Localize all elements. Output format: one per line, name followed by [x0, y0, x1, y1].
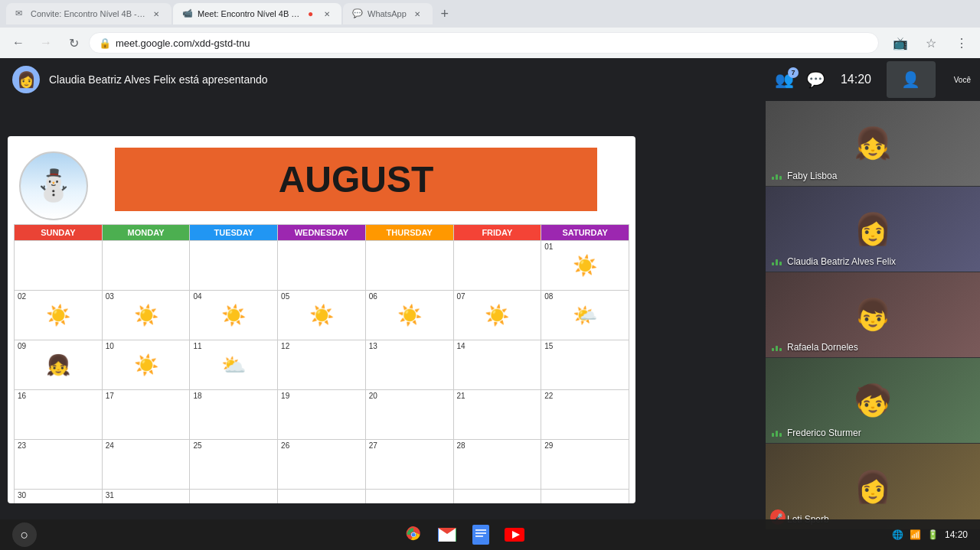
calendar-cell: 18	[190, 389, 278, 439]
col-monday: MONDAY	[102, 224, 190, 240]
col-friday: FRIDAY	[453, 224, 541, 240]
day-number: 16	[18, 392, 26, 400]
tab-meet[interactable]: 📹 Meet: Encontro Nível 4B - 11/ ● ✕	[173, 3, 341, 24]
taskbar-right: 🌐 📶 🔋 14:20	[892, 529, 968, 540]
calendar-cell: 12	[278, 340, 366, 389]
day-number: 05	[281, 292, 289, 301]
tab-whatsapp[interactable]: 💬 WhatsApp ✕	[343, 3, 433, 24]
calendar-cell: 08🌤️	[541, 290, 629, 340]
calendar-cell	[278, 489, 366, 503]
chat-icon: 💬	[806, 71, 825, 88]
calendar-cell: 22	[541, 389, 629, 439]
whatsapp-tab-title: WhatsApp	[368, 9, 407, 18]
more-menu-button[interactable]: ⋮	[949, 31, 974, 55]
participant-leti: 👩 🎤 Leti Sperb	[766, 444, 980, 529]
col-wednesday: WEDNESDAY	[278, 224, 366, 240]
launcher-button[interactable]: ○	[12, 522, 37, 547]
header-icons: 👥 7 💬	[775, 70, 825, 89]
calendar-cell	[365, 240, 453, 290]
participant-faby: 👧 Faby Lisboa	[766, 101, 980, 187]
back-button[interactable]: ←	[6, 31, 31, 55]
youtube-icon	[505, 528, 524, 542]
whatsapp-tab-close[interactable]: ✕	[411, 8, 423, 20]
day-number: 17	[106, 392, 114, 400]
day-number: 02	[18, 292, 26, 301]
address-bar[interactable]: 🔒 meet.google.com/xdd-gstd-tnu	[89, 32, 879, 54]
bookmark-icon[interactable]: ☆	[919, 31, 943, 55]
new-tab-button[interactable]: +	[434, 3, 456, 24]
wifi-icon: 📶	[910, 529, 921, 540]
calendar-table: SUNDAY MONDAY TUESDAY WEDNESDAY THURSDAY…	[14, 224, 629, 503]
calendar-cell: 23	[15, 439, 103, 489]
network-icon: 🌐	[892, 529, 903, 540]
calendar-cell: 21	[453, 389, 541, 439]
meet-tab-close[interactable]: ✕	[321, 8, 332, 20]
august-title: AUGUST	[279, 159, 434, 200]
docs-icon	[472, 525, 489, 545]
day-number: 19	[281, 392, 289, 400]
calendar-cell: 30	[15, 489, 103, 503]
svg-rect-7	[475, 535, 483, 537]
refresh-button[interactable]: ↻	[61, 31, 86, 55]
calendar-cell	[102, 240, 190, 290]
meet-topbar: 👩 Claudia Beatriz Alves Felix está apres…	[0, 58, 766, 101]
people-icon-button[interactable]: 👥 7	[775, 70, 794, 89]
claudia-mic-dots	[772, 259, 782, 265]
forward-button[interactable]: →	[34, 31, 58, 55]
day-number: 01	[544, 242, 553, 251]
rafaela-mic-dots	[772, 346, 782, 351]
gmail-tab-close[interactable]: ✕	[150, 8, 162, 20]
calendar-cell: 09👧	[15, 340, 103, 389]
day-number: 07	[457, 292, 466, 301]
calendar-cell: 02☀️	[15, 290, 103, 340]
cast-icon[interactable]: 📺	[888, 31, 913, 55]
frederico-name: Frederico Sturmer	[787, 428, 861, 438]
calendar-cell: 13	[365, 340, 453, 389]
snowman-decoration: ⛄	[19, 151, 88, 220]
taskbar-center	[401, 522, 527, 547]
browser-chrome: ✉ Convite: Encontro Nível 4B - 11/ ✕ 📹 M…	[0, 0, 980, 58]
day-number: 29	[544, 441, 553, 450]
calendar-cell: 16	[15, 389, 103, 439]
day-number: 08	[544, 292, 553, 301]
meet-content: 👩 Claudia Beatriz Alves Felix está apres…	[0, 58, 766, 550]
docs-app-icon[interactable]	[469, 522, 493, 547]
chat-icon-button[interactable]: 💬	[806, 70, 825, 89]
tab-gmail[interactable]: ✉ Convite: Encontro Nível 4B - 11/ ✕	[6, 3, 172, 24]
day-icon: ☀️	[221, 303, 246, 327]
day-number: 14	[457, 342, 466, 350]
day-number: 04	[193, 292, 201, 301]
calendar-cell: 10☀️	[102, 340, 190, 389]
day-number: 31	[106, 491, 114, 500]
calendar-cell: 17	[102, 389, 190, 439]
calendar-cell	[278, 240, 366, 290]
chrome-app-icon[interactable]	[401, 522, 426, 547]
gmail-app-icon[interactable]	[435, 522, 459, 547]
calendar-cell: 06☀️	[365, 290, 453, 340]
day-number: 09	[18, 342, 26, 350]
calendar-cell	[190, 240, 278, 290]
claudia-name: Claudia Beatriz Alves Felix	[787, 256, 896, 267]
day-icon: ⛅	[221, 353, 246, 376]
calendar-cell: 04☀️	[190, 290, 278, 340]
calendar-cell: 26	[278, 439, 366, 489]
col-sunday: SUNDAY	[15, 224, 103, 240]
calendar-cell: 27	[365, 439, 453, 489]
day-icon: ☀️	[397, 303, 422, 327]
calendar-cell: 14	[453, 340, 541, 389]
gmail-favicon: ✉	[15, 8, 26, 19]
tab-bar: ✉ Convite: Encontro Nível 4B - 11/ ✕ 📹 M…	[0, 0, 980, 28]
day-number: 03	[106, 292, 114, 301]
calendar-cell	[15, 240, 103, 290]
day-icon: ☀️	[134, 353, 158, 376]
gmail-icon	[438, 528, 456, 542]
day-number: 12	[281, 342, 289, 350]
calendar-cell: 03☀️	[102, 290, 190, 340]
people-badge: 7	[788, 67, 799, 78]
col-thursday: THURSDAY	[365, 224, 453, 240]
day-icon: ☀️	[46, 303, 70, 327]
youtube-app-icon[interactable]	[502, 522, 527, 547]
frederico-mic-dots	[772, 431, 782, 437]
calendar-cell: 24	[102, 439, 190, 489]
faby-name: Faby Lisboa	[787, 171, 837, 181]
